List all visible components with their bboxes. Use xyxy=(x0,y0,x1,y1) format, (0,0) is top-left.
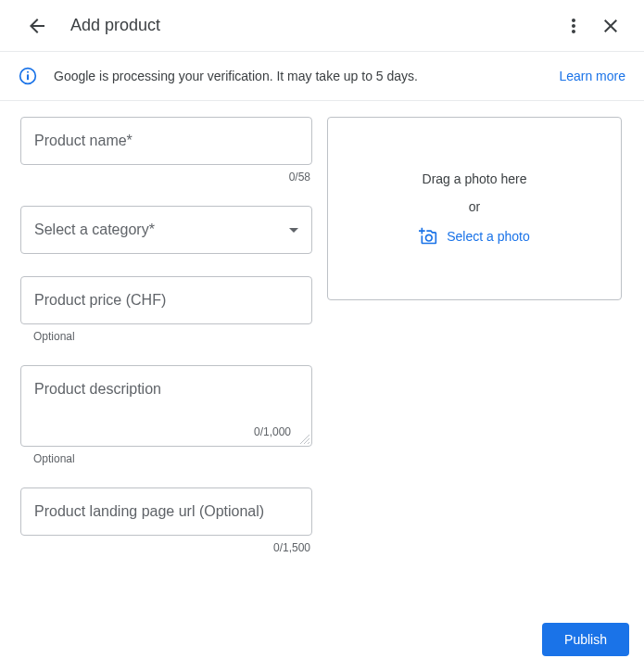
photo-dropzone[interactable]: Drag a photo here or Select a photo xyxy=(327,117,622,300)
resize-handle-icon xyxy=(298,433,309,444)
product-name-counter: 0/58 xyxy=(20,171,310,184)
notice-bar: Google is processing your verification. … xyxy=(0,52,644,101)
description-field[interactable]: Product description 0/1,000 xyxy=(20,365,312,447)
category-label: Select a category* xyxy=(34,222,155,238)
close-icon xyxy=(600,15,622,37)
product-name-group: Product name* 0/58 xyxy=(20,117,312,184)
landing-page-field[interactable]: Product landing page url (Optional) xyxy=(20,487,312,536)
more-button[interactable] xyxy=(555,7,592,44)
price-field[interactable]: Product price (CHF) xyxy=(20,276,312,324)
more-vert-icon xyxy=(562,15,585,37)
svg-point-2 xyxy=(27,71,29,73)
price-helper: Optional xyxy=(33,330,312,343)
form-column: Product name* 0/58 Select a category* Pr… xyxy=(20,117,312,576)
price-label: Product price (CHF) xyxy=(34,292,166,308)
back-button[interactable] xyxy=(19,7,56,44)
header: Add product xyxy=(0,0,644,52)
category-group: Select a category* xyxy=(20,206,312,254)
dropdown-icon xyxy=(289,228,298,233)
page-title: Add product xyxy=(70,16,555,35)
info-icon xyxy=(19,67,37,85)
product-name-label: Product name* xyxy=(34,133,133,148)
publish-button[interactable]: Publish xyxy=(542,623,629,656)
close-button[interactable] xyxy=(592,7,629,44)
landing-page-label: Product landing page url (Optional) xyxy=(34,503,264,519)
photo-column: Drag a photo here or Select a photo xyxy=(327,117,622,576)
landing-page-group: Product landing page url (Optional) 0/1,… xyxy=(20,487,312,554)
content: Product name* 0/58 Select a category* Pr… xyxy=(0,101,644,592)
description-label: Product description xyxy=(34,381,298,398)
category-select[interactable]: Select a category* xyxy=(20,206,312,254)
description-group: Product description 0/1,000 Optional xyxy=(20,365,312,465)
price-group: Product price (CHF) Optional xyxy=(20,276,312,343)
add-photo-icon xyxy=(419,227,437,246)
select-photo-button[interactable]: Select a photo xyxy=(419,227,530,246)
description-helper: Optional xyxy=(33,452,312,465)
landing-page-counter: 0/1,500 xyxy=(20,541,310,554)
select-photo-label: Select a photo xyxy=(447,229,530,244)
svg-line-5 xyxy=(308,442,309,444)
description-counter: 0/1,000 xyxy=(254,425,291,438)
arrow-back-icon xyxy=(26,15,48,37)
learn-more-link[interactable]: Learn more xyxy=(559,69,625,83)
product-name-field[interactable]: Product name* xyxy=(20,117,312,165)
photo-drag-text: Drag a photo here xyxy=(423,171,527,186)
notice-text: Google is processing your verification. … xyxy=(54,69,559,83)
photo-or-text: or xyxy=(469,199,480,214)
